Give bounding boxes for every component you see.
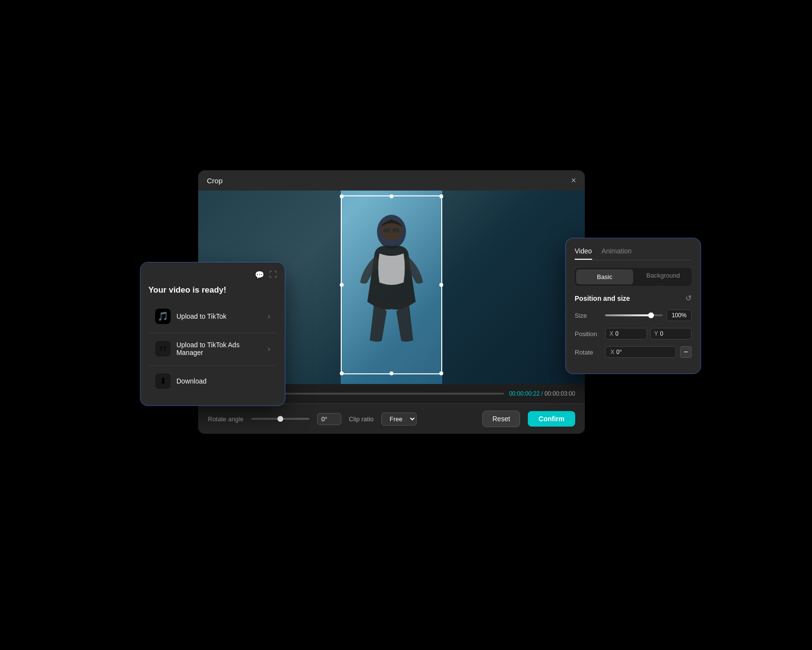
crop-handle-middle-left[interactable] bbox=[340, 283, 344, 287]
rotate-slider-thumb[interactable] bbox=[277, 416, 283, 422]
position-x-field[interactable]: X 0 bbox=[605, 328, 647, 340]
download-label: Download bbox=[176, 377, 206, 385]
y-label: Y bbox=[654, 330, 658, 337]
video-ready-title: Your video is ready! bbox=[148, 285, 277, 295]
crop-handle-bottom-right[interactable] bbox=[439, 371, 443, 375]
upload-tiktok-ads-item[interactable]: TT Upload to TikTok Ads Manager › bbox=[148, 335, 277, 362]
crop-handle-top-right[interactable] bbox=[439, 194, 443, 198]
crop-overlay-right bbox=[442, 191, 585, 384]
rotate-slider[interactable] bbox=[251, 418, 309, 420]
crop-handle-bottom-left[interactable] bbox=[340, 371, 344, 375]
close-button[interactable]: × bbox=[571, 176, 576, 185]
speech-bubble-icon[interactable]: 💬 bbox=[255, 270, 264, 280]
arrow-right-icon-2: › bbox=[268, 345, 270, 353]
position-coord-group: X 0 Y 0 bbox=[605, 328, 692, 340]
rotate-minus-btn[interactable]: − bbox=[680, 346, 692, 358]
crop-controls-bar: Rotate angle Clip ratio Free 16:9 9:16 4… bbox=[198, 403, 585, 434]
size-slider-thumb[interactable] bbox=[648, 312, 654, 318]
background-toggle-btn[interactable]: Background bbox=[635, 268, 692, 286]
crop-selection-box[interactable] bbox=[341, 195, 442, 374]
rotate-angle-input[interactable] bbox=[317, 413, 341, 425]
size-slider[interactable] bbox=[605, 314, 663, 316]
upload-tiktok-ads-label: Upload to TikTok Ads Manager bbox=[176, 341, 268, 356]
arrow-right-icon: › bbox=[268, 312, 270, 320]
rotate-label: Rotate bbox=[575, 349, 601, 356]
crop-handle-bottom-center[interactable] bbox=[390, 371, 393, 375]
rotate-x-label: X bbox=[610, 349, 614, 355]
basic-toggle-btn[interactable]: Basic bbox=[576, 269, 633, 284]
crop-dialog-title: Crop bbox=[207, 177, 223, 185]
crop-handle-middle-right[interactable] bbox=[439, 283, 443, 287]
size-label: Size bbox=[575, 312, 601, 319]
tab-video[interactable]: Video bbox=[575, 247, 592, 260]
rotate-angle-label: Rotate angle bbox=[208, 415, 244, 423]
download-icon: ⬇ bbox=[155, 373, 171, 389]
rotate-row: Rotate X 0° − bbox=[575, 346, 692, 358]
confirm-button[interactable]: Confirm bbox=[528, 411, 575, 427]
video-ready-panel: 💬 ⛶ Your video is ready! 🎵 Upload to Tik… bbox=[140, 262, 285, 406]
crop-titlebar: Crop × bbox=[198, 170, 585, 191]
upload-tiktok-item[interactable]: 🎵 Upload to TikTok › bbox=[148, 303, 277, 330]
reset-section-icon[interactable]: ↺ bbox=[685, 294, 692, 303]
upload-tiktok-label: Upload to TikTok bbox=[176, 312, 227, 320]
position-size-title: Position and size bbox=[575, 295, 630, 302]
position-label: Position bbox=[575, 330, 601, 338]
reset-button[interactable]: Reset bbox=[482, 411, 521, 427]
crop-handle-top-left[interactable] bbox=[340, 194, 344, 198]
tiktok-ads-icon: TT bbox=[155, 341, 171, 356]
position-row: Position X 0 Y 0 bbox=[575, 328, 692, 340]
panel-tabs: Video Animation bbox=[575, 247, 692, 260]
position-size-header: Position and size ↺ bbox=[575, 294, 692, 303]
position-x-value: 0 bbox=[615, 330, 619, 337]
position-y-field[interactable]: Y 0 bbox=[650, 328, 692, 340]
fullscreen-icon[interactable]: ⛶ bbox=[269, 270, 277, 280]
clip-ratio-label: Clip ratio bbox=[349, 415, 374, 423]
divider-2 bbox=[148, 365, 277, 366]
time-display: 00:00:00:22 / 00:00:03:00 bbox=[509, 390, 575, 397]
x-label: X bbox=[609, 330, 613, 337]
panel-toolbar: 💬 ⛶ bbox=[148, 270, 277, 280]
size-row: Size 100% bbox=[575, 310, 692, 321]
tiktok-icon: 🎵 bbox=[155, 309, 171, 324]
basic-background-toggle: Basic Background bbox=[575, 268, 692, 286]
size-value: 100% bbox=[667, 310, 692, 321]
video-properties-panel: Video Animation Basic Background Positio… bbox=[566, 238, 701, 374]
size-slider-fill bbox=[605, 314, 651, 316]
rotate-deg-value: 0° bbox=[616, 349, 622, 355]
download-item[interactable]: ⬇ Download bbox=[148, 368, 277, 395]
crop-handle-top-center[interactable] bbox=[390, 194, 393, 198]
tab-animation[interactable]: Animation bbox=[602, 247, 632, 260]
rotate-x-field[interactable]: X 0° bbox=[605, 346, 676, 358]
divider bbox=[148, 333, 277, 333]
position-y-value: 0 bbox=[660, 330, 664, 337]
clip-ratio-select[interactable]: Free 16:9 9:16 4:3 1:1 bbox=[381, 413, 417, 426]
